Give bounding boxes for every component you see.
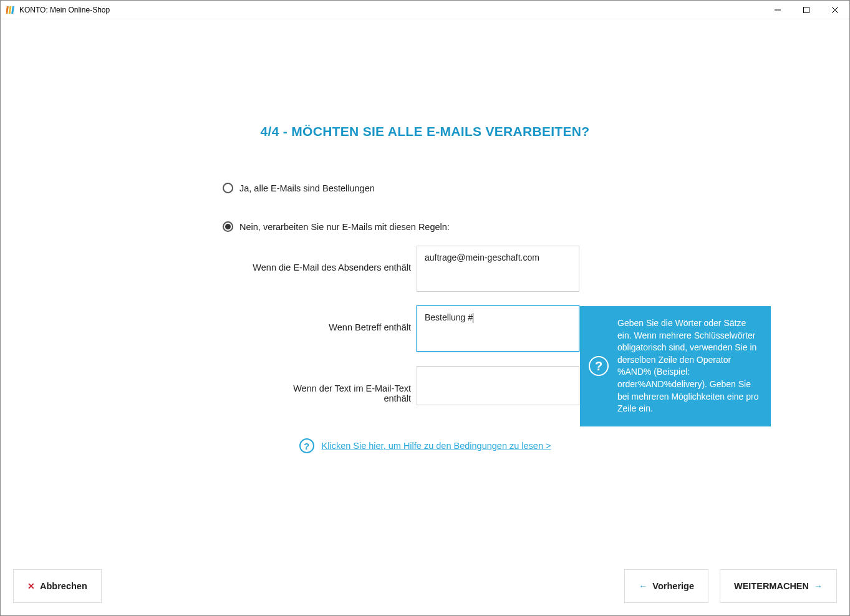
body-contains-label: Wenn der Text im E-Mail-Text enthält — [264, 383, 411, 403]
svg-rect-4 — [804, 7, 809, 12]
window-controls — [763, 1, 849, 19]
svg-rect-0 — [6, 6, 9, 14]
help-link-row: ? Klicken Sie hier, um Hilfe zu den Bedi… — [1, 438, 849, 453]
sender-contains-label: Wenn die E-Mail des Absenders enthält — [249, 262, 411, 272]
window-title: KONTO: Mein Online-Shop — [19, 6, 763, 14]
subject-contains-input[interactable]: Bestellung # — [417, 306, 579, 352]
sender-contains-input[interactable] — [417, 246, 579, 292]
dialog-footer: ✕ Abbrechen ← Vorherige WEITERMACHEN → — [1, 556, 849, 615]
body-contains-input[interactable] — [417, 366, 579, 405]
button-label: Abbrechen — [40, 581, 87, 591]
continue-button[interactable]: WEITERMACHEN → — [720, 569, 837, 603]
arrow-right-icon: → — [814, 581, 823, 591]
radio-option-no[interactable]: Nein, verarbeiten Sie nur E-Mails mit di… — [223, 221, 450, 232]
maximize-button[interactable] — [792, 1, 821, 19]
previous-button[interactable]: ← Vorherige — [624, 569, 708, 603]
arrow-left-icon: ← — [639, 581, 647, 591]
text-caret — [473, 313, 473, 323]
button-label: WEITERMACHEN — [734, 581, 809, 591]
titlebar: KONTO: Mein Online-Shop — [1, 1, 849, 19]
cancel-button[interactable]: ✕ Abbrechen — [13, 569, 102, 603]
input-value: Bestellung # — [425, 312, 473, 322]
page-heading: 4/4 - MÖCHTEN SIE ALLE E-MAILS VERARBEIT… — [1, 124, 849, 139]
radio-icon — [223, 221, 233, 232]
conditions-help-link[interactable]: Klicken Sie hier, um Hilfe zu den Beding… — [322, 441, 551, 451]
question-mark-icon: ? — [299, 438, 314, 453]
dialog-content: 4/4 - MÖCHTEN SIE ALLE E-MAILS VERARBEIT… — [1, 19, 849, 615]
radio-icon — [223, 183, 233, 193]
close-button[interactable] — [821, 1, 849, 19]
button-label: Vorherige — [652, 581, 694, 591]
tooltip-text: Geben Sie die Wörter oder Sätze ein. Wen… — [617, 318, 758, 413]
question-mark-icon: ? — [589, 356, 609, 376]
svg-rect-1 — [9, 6, 12, 14]
x-icon: ✕ — [27, 581, 35, 591]
subject-contains-label: Wenn Betreff enthält — [326, 322, 411, 332]
help-tooltip: ? Geben Sie die Wörter oder Sätze ein. W… — [580, 306, 771, 426]
svg-rect-2 — [11, 6, 14, 14]
radio-label: Ja, alle E-Mails sind Bestellungen — [239, 183, 375, 193]
radio-label: Nein, verarbeiten Sie nur E-Mails mit di… — [239, 222, 450, 232]
minimize-button[interactable] — [763, 1, 792, 19]
radio-option-yes[interactable]: Ja, alle E-Mails sind Bestellungen — [223, 183, 375, 193]
app-icon — [6, 5, 16, 15]
